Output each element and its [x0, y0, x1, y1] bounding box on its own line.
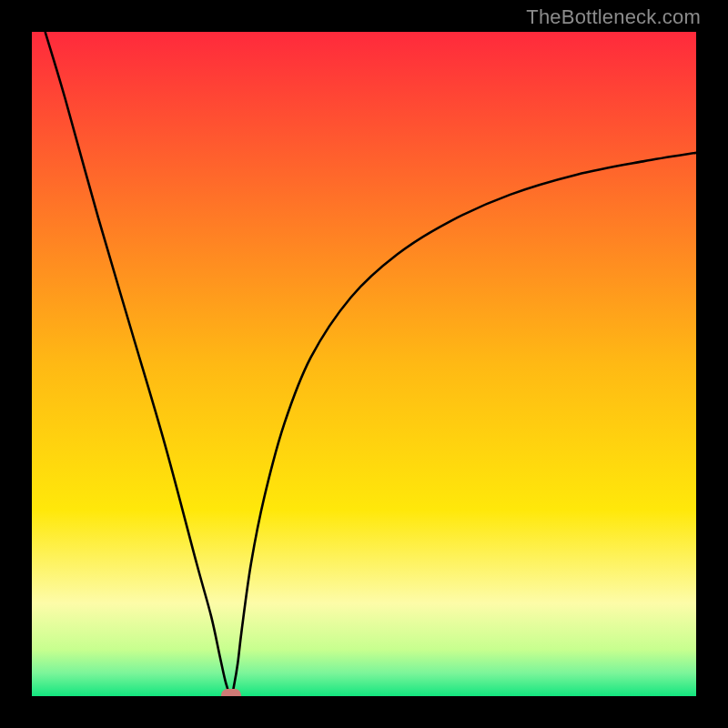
- watermark-text: TheBottleneck.com: [526, 5, 701, 29]
- chart-frame: TheBottleneck.com: [0, 0, 728, 728]
- gradient-background: [32, 32, 696, 696]
- chart-svg: [32, 32, 696, 696]
- plot-area: [32, 32, 696, 696]
- min-marker: [221, 689, 241, 696]
